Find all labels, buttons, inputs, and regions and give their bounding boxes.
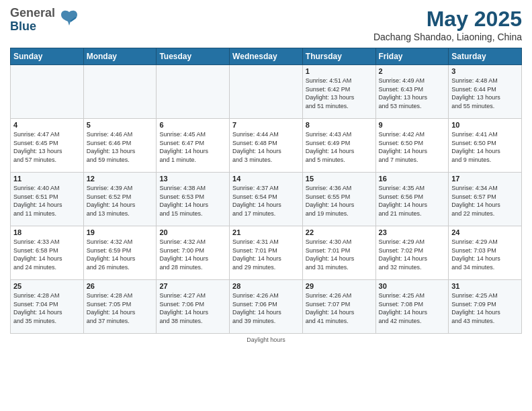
day-number: 17 [451,175,519,183]
calendar-cell: 27Sunrise: 4:27 AM Sunset: 7:06 PM Dayli… [157,280,230,334]
day-number: 9 [379,121,446,129]
day-number: 6 [159,121,226,129]
cell-content: Sunrise: 4:32 AM Sunset: 7:00 PM Dayligh… [159,238,226,271]
calendar-cell: 13Sunrise: 4:38 AM Sunset: 6:53 PM Dayli… [157,173,230,226]
cell-content: Sunrise: 4:40 AM Sunset: 6:51 PM Dayligh… [13,184,81,218]
calendar-cell [11,65,84,119]
header-day: Monday [83,48,157,65]
header-day: Sunday [11,48,84,65]
cell-content: Sunrise: 4:42 AM Sunset: 6:50 PM Dayligh… [379,130,446,164]
calendar-cell: 6Sunrise: 4:45 AM Sunset: 6:47 PM Daylig… [157,119,230,173]
calendar-cell [83,65,157,119]
footer: Daylight hours [10,336,522,343]
day-number: 8 [306,121,373,129]
calendar-cell: 18Sunrise: 4:33 AM Sunset: 6:58 PM Dayli… [11,226,84,280]
cell-content: Sunrise: 4:25 AM Sunset: 7:08 PM Dayligh… [379,291,446,325]
day-number: 7 [232,121,300,129]
day-number: 3 [451,67,519,75]
calendar-cell: 21Sunrise: 4:31 AM Sunset: 7:01 PM Dayli… [230,226,303,280]
day-number: 11 [13,175,81,183]
calendar-row: 11Sunrise: 4:40 AM Sunset: 6:51 PM Dayli… [11,173,522,226]
calendar-row: 18Sunrise: 4:33 AM Sunset: 6:58 PM Dayli… [11,226,522,280]
calendar-cell: 17Sunrise: 4:34 AM Sunset: 6:57 PM Dayli… [449,173,522,226]
cell-content: Sunrise: 4:32 AM Sunset: 6:59 PM Dayligh… [87,238,154,271]
day-number: 31 [451,282,519,290]
calendar-cell: 3Sunrise: 4:48 AM Sunset: 6:44 PM Daylig… [449,65,522,119]
logo-text: General Blue [10,7,55,34]
day-number: 19 [87,228,154,236]
cell-content: Sunrise: 4:31 AM Sunset: 7:01 PM Dayligh… [232,238,300,271]
day-number: 20 [159,228,226,236]
header-day: Thursday [302,48,375,65]
calendar-cell: 24Sunrise: 4:29 AM Sunset: 7:03 PM Dayli… [449,226,522,280]
calendar-cell: 14Sunrise: 4:37 AM Sunset: 6:54 PM Dayli… [230,173,303,226]
calendar-cell: 7Sunrise: 4:44 AM Sunset: 6:48 PM Daylig… [230,119,303,173]
day-number: 28 [232,282,300,290]
cell-content: Sunrise: 4:29 AM Sunset: 7:02 PM Dayligh… [379,238,446,271]
cell-content: Sunrise: 4:33 AM Sunset: 6:58 PM Dayligh… [13,238,81,271]
cell-content: Sunrise: 4:44 AM Sunset: 6:48 PM Dayligh… [232,130,300,164]
day-number: 4 [13,121,81,129]
cell-content: Sunrise: 4:27 AM Sunset: 7:06 PM Dayligh… [159,291,226,325]
calendar-cell: 26Sunrise: 4:28 AM Sunset: 7:05 PM Dayli… [83,280,157,334]
location: Dachang Shandao, Liaoning, China [373,32,522,42]
calendar-cell: 16Sunrise: 4:35 AM Sunset: 6:56 PM Dayli… [375,173,449,226]
day-number: 22 [306,228,373,236]
cell-content: Sunrise: 4:26 AM Sunset: 7:06 PM Dayligh… [232,291,300,325]
calendar-cell: 29Sunrise: 4:26 AM Sunset: 7:07 PM Dayli… [302,280,375,334]
calendar-cell: 1Sunrise: 4:51 AM Sunset: 6:42 PM Daylig… [302,65,375,119]
calendar-cell: 22Sunrise: 4:30 AM Sunset: 7:01 PM Dayli… [302,226,375,280]
cell-content: Sunrise: 4:28 AM Sunset: 7:04 PM Dayligh… [13,291,81,325]
calendar-cell: 9Sunrise: 4:42 AM Sunset: 6:50 PM Daylig… [375,119,449,173]
header-day: Saturday [449,48,522,65]
calendar-cell: 19Sunrise: 4:32 AM Sunset: 6:59 PM Dayli… [83,226,157,280]
calendar-cell: 12Sunrise: 4:39 AM Sunset: 6:52 PM Dayli… [83,173,157,226]
day-number: 15 [306,175,373,183]
calendar-row: 1Sunrise: 4:51 AM Sunset: 6:42 PM Daylig… [11,65,522,119]
day-number: 25 [13,282,81,290]
day-number: 26 [87,282,154,290]
calendar-cell: 30Sunrise: 4:25 AM Sunset: 7:08 PM Dayli… [375,280,449,334]
logo: General Blue [10,7,81,34]
calendar-cell: 31Sunrise: 4:25 AM Sunset: 7:09 PM Dayli… [449,280,522,334]
calendar-row: 25Sunrise: 4:28 AM Sunset: 7:04 PM Dayli… [11,280,522,334]
day-number: 16 [379,175,446,183]
calendar-cell: 10Sunrise: 4:41 AM Sunset: 6:50 PM Dayli… [449,119,522,173]
cell-content: Sunrise: 4:48 AM Sunset: 6:44 PM Dayligh… [451,77,519,110]
title-block: May 2025 Dachang Shandao, Liaoning, Chin… [373,7,522,42]
cell-content: Sunrise: 4:29 AM Sunset: 7:03 PM Dayligh… [451,238,519,271]
cell-content: Sunrise: 4:38 AM Sunset: 6:53 PM Dayligh… [159,184,226,218]
month-year: May 2025 [373,7,522,32]
logo-blue: Blue [10,20,55,34]
calendar-cell: 28Sunrise: 4:26 AM Sunset: 7:06 PM Dayli… [230,280,303,334]
cell-content: Sunrise: 4:41 AM Sunset: 6:50 PM Dayligh… [451,130,519,164]
day-number: 1 [306,67,373,75]
cell-content: Sunrise: 4:36 AM Sunset: 6:55 PM Dayligh… [306,184,373,218]
day-number: 5 [87,121,154,129]
day-number: 18 [13,228,81,236]
calendar-header: SundayMondayTuesdayWednesdayThursdayFrid… [11,48,522,65]
calendar-cell: 2Sunrise: 4:49 AM Sunset: 6:43 PM Daylig… [375,65,449,119]
calendar-cell: 15Sunrise: 4:36 AM Sunset: 6:55 PM Dayli… [302,173,375,226]
calendar-cell [157,65,230,119]
calendar-cell: 25Sunrise: 4:28 AM Sunset: 7:04 PM Dayli… [11,280,84,334]
header-day: Friday [375,48,449,65]
day-number: 27 [159,282,226,290]
logo-general-text: General [10,6,55,19]
cell-content: Sunrise: 4:51 AM Sunset: 6:42 PM Dayligh… [306,77,373,110]
logo-general: General [10,7,55,20]
cell-content: Sunrise: 4:46 AM Sunset: 6:46 PM Dayligh… [87,130,154,164]
cell-content: Sunrise: 4:26 AM Sunset: 7:07 PM Dayligh… [306,291,373,325]
cell-content: Sunrise: 4:49 AM Sunset: 6:43 PM Dayligh… [379,77,446,110]
calendar-row: 4Sunrise: 4:47 AM Sunset: 6:45 PM Daylig… [11,119,522,173]
day-number: 10 [451,121,519,129]
calendar-cell: 20Sunrise: 4:32 AM Sunset: 7:00 PM Dayli… [157,226,230,280]
calendar-table: SundayMondayTuesdayWednesdayThursdayFrid… [10,48,522,334]
cell-content: Sunrise: 4:34 AM Sunset: 6:57 PM Dayligh… [451,184,519,218]
calendar-body: 1Sunrise: 4:51 AM Sunset: 6:42 PM Daylig… [11,65,522,334]
cell-content: Sunrise: 4:25 AM Sunset: 7:09 PM Dayligh… [451,291,519,325]
day-number: 30 [379,282,446,290]
cell-content: Sunrise: 4:30 AM Sunset: 7:01 PM Dayligh… [306,238,373,271]
calendar-page: General Blue May 2025 Dachang Shandao, L… [0,0,532,411]
day-number: 2 [379,67,446,75]
